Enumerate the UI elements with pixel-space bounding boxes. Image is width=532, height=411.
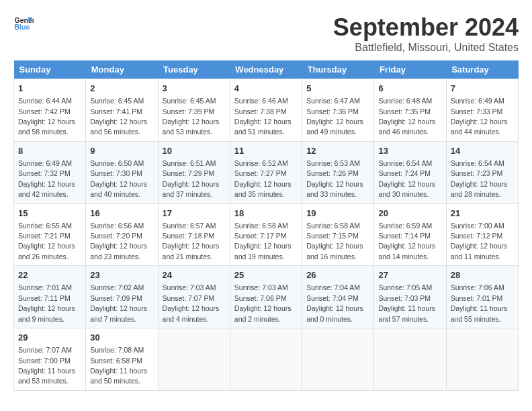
day-info: Sunrise: 6:49 AM Sunset: 7:32 PM Dayligh…	[18, 159, 75, 198]
calendar-cell: 13Sunrise: 6:54 AM Sunset: 7:24 PM Dayli…	[374, 141, 446, 203]
day-number: 2	[90, 83, 153, 95]
calendar-header: Sunday Monday Tuesday Wednesday Thursday…	[14, 60, 519, 79]
calendar-cell	[446, 328, 518, 391]
day-number: 3	[163, 83, 226, 95]
calendar-cell: 11Sunrise: 6:52 AM Sunset: 7:27 PM Dayli…	[230, 141, 302, 203]
day-info: Sunrise: 6:47 AM Sunset: 7:36 PM Dayligh…	[306, 97, 363, 136]
day-info: Sunrise: 6:54 AM Sunset: 7:24 PM Dayligh…	[378, 159, 435, 198]
calendar-cell: 6Sunrise: 6:48 AM Sunset: 7:35 PM Daylig…	[374, 79, 446, 142]
day-number: 22	[18, 269, 81, 281]
calendar-cell: 8Sunrise: 6:49 AM Sunset: 7:32 PM Daylig…	[14, 141, 86, 203]
day-info: Sunrise: 6:49 AM Sunset: 7:33 PM Dayligh…	[451, 97, 508, 136]
day-number: 6	[378, 83, 441, 95]
col-monday: Monday	[86, 60, 158, 79]
day-info: Sunrise: 6:54 AM Sunset: 7:23 PM Dayligh…	[451, 159, 508, 198]
calendar-week-5: 29Sunrise: 7:07 AM Sunset: 7:00 PM Dayli…	[14, 328, 519, 391]
day-number: 23	[90, 269, 153, 281]
day-number: 28	[451, 269, 514, 281]
day-number: 14	[451, 145, 514, 157]
day-number: 5	[306, 83, 369, 95]
calendar-cell: 10Sunrise: 6:51 AM Sunset: 7:29 PM Dayli…	[158, 141, 230, 203]
col-sunday: Sunday	[14, 60, 86, 79]
calendar-cell: 26Sunrise: 7:04 AM Sunset: 7:04 PM Dayli…	[302, 266, 374, 328]
title-section: September 2024 Battlefield, Missouri, Un…	[333, 13, 519, 54]
day-number: 13	[378, 145, 441, 157]
calendar-cell: 24Sunrise: 7:03 AM Sunset: 7:07 PM Dayli…	[158, 266, 230, 328]
calendar-week-2: 8Sunrise: 6:49 AM Sunset: 7:32 PM Daylig…	[14, 141, 519, 203]
day-number: 1	[18, 83, 81, 95]
day-number: 21	[451, 208, 514, 220]
main-title: September 2024	[333, 13, 519, 42]
day-number: 29	[18, 332, 81, 344]
day-number: 25	[234, 269, 298, 281]
day-info: Sunrise: 7:08 AM Sunset: 6:58 PM Dayligh…	[90, 346, 147, 385]
header: General Blue September 2024 Battlefield,…	[13, 13, 519, 54]
day-info: Sunrise: 7:02 AM Sunset: 7:09 PM Dayligh…	[90, 283, 147, 322]
day-number: 17	[163, 208, 226, 220]
day-number: 15	[18, 208, 81, 220]
calendar-cell: 17Sunrise: 6:57 AM Sunset: 7:18 PM Dayli…	[158, 203, 230, 266]
col-wednesday: Wednesday	[230, 60, 302, 79]
logo: General Blue	[13, 13, 34, 34]
calendar-cell: 27Sunrise: 7:05 AM Sunset: 7:03 PM Dayli…	[374, 266, 446, 328]
calendar-cell: 16Sunrise: 6:56 AM Sunset: 7:20 PM Dayli…	[86, 203, 158, 266]
calendar-cell: 7Sunrise: 6:49 AM Sunset: 7:33 PM Daylig…	[446, 79, 518, 142]
day-info: Sunrise: 6:51 AM Sunset: 7:29 PM Dayligh…	[163, 159, 220, 198]
calendar-cell: 12Sunrise: 6:53 AM Sunset: 7:26 PM Dayli…	[302, 141, 374, 203]
day-number: 16	[90, 208, 153, 220]
calendar-cell: 18Sunrise: 6:58 AM Sunset: 7:17 PM Dayli…	[230, 203, 302, 266]
day-info: Sunrise: 6:46 AM Sunset: 7:38 PM Dayligh…	[234, 97, 292, 136]
calendar-cell: 28Sunrise: 7:06 AM Sunset: 7:01 PM Dayli…	[446, 266, 518, 328]
calendar-cell: 5Sunrise: 6:47 AM Sunset: 7:36 PM Daylig…	[302, 79, 374, 142]
day-number: 20	[378, 208, 441, 220]
day-info: Sunrise: 7:03 AM Sunset: 7:07 PM Dayligh…	[163, 283, 220, 322]
calendar-cell	[230, 328, 302, 391]
day-info: Sunrise: 6:45 AM Sunset: 7:41 PM Dayligh…	[90, 97, 147, 136]
calendar-cell	[302, 328, 374, 391]
day-info: Sunrise: 6:45 AM Sunset: 7:39 PM Dayligh…	[163, 97, 220, 136]
day-info: Sunrise: 6:58 AM Sunset: 7:17 PM Dayligh…	[234, 222, 292, 261]
calendar-cell: 3Sunrise: 6:45 AM Sunset: 7:39 PM Daylig…	[158, 79, 230, 142]
day-number: 30	[90, 332, 153, 344]
day-info: Sunrise: 7:04 AM Sunset: 7:04 PM Dayligh…	[306, 283, 363, 322]
day-info: Sunrise: 6:44 AM Sunset: 7:42 PM Dayligh…	[18, 97, 75, 136]
calendar-cell: 30Sunrise: 7:08 AM Sunset: 6:58 PM Dayli…	[86, 328, 158, 391]
calendar-cell	[158, 328, 230, 391]
calendar-cell: 22Sunrise: 7:01 AM Sunset: 7:11 PM Dayli…	[14, 266, 86, 328]
calendar-body: 1Sunrise: 6:44 AM Sunset: 7:42 PM Daylig…	[14, 79, 519, 391]
calendar-cell: 15Sunrise: 6:55 AM Sunset: 7:21 PM Dayli…	[14, 203, 86, 266]
calendar-week-4: 22Sunrise: 7:01 AM Sunset: 7:11 PM Dayli…	[14, 266, 519, 328]
calendar-week-3: 15Sunrise: 6:55 AM Sunset: 7:21 PM Dayli…	[14, 203, 519, 266]
calendar-cell	[374, 328, 446, 391]
calendar-cell: 1Sunrise: 6:44 AM Sunset: 7:42 PM Daylig…	[14, 79, 86, 142]
col-friday: Friday	[374, 60, 446, 79]
day-number: 19	[306, 208, 369, 220]
day-number: 7	[451, 83, 514, 95]
day-number: 26	[306, 269, 369, 281]
col-tuesday: Tuesday	[158, 60, 230, 79]
day-info: Sunrise: 7:05 AM Sunset: 7:03 PM Dayligh…	[378, 283, 435, 322]
col-thursday: Thursday	[302, 60, 374, 79]
day-info: Sunrise: 6:53 AM Sunset: 7:26 PM Dayligh…	[306, 159, 363, 198]
calendar-cell: 29Sunrise: 7:07 AM Sunset: 7:00 PM Dayli…	[14, 328, 86, 391]
day-number: 24	[163, 269, 226, 281]
day-info: Sunrise: 7:07 AM Sunset: 7:00 PM Dayligh…	[18, 346, 75, 385]
calendar-cell: 2Sunrise: 6:45 AM Sunset: 7:41 PM Daylig…	[86, 79, 158, 142]
col-saturday: Saturday	[446, 60, 518, 79]
day-number: 8	[18, 145, 81, 157]
calendar-table: Sunday Monday Tuesday Wednesday Thursday…	[13, 60, 519, 391]
day-info: Sunrise: 6:59 AM Sunset: 7:14 PM Dayligh…	[378, 222, 435, 261]
calendar-cell: 9Sunrise: 6:50 AM Sunset: 7:30 PM Daylig…	[86, 141, 158, 203]
day-number: 4	[234, 83, 298, 95]
svg-text:Blue: Blue	[15, 23, 30, 31]
day-info: Sunrise: 6:57 AM Sunset: 7:18 PM Dayligh…	[163, 222, 220, 261]
calendar-cell: 4Sunrise: 6:46 AM Sunset: 7:38 PM Daylig…	[230, 79, 302, 142]
day-number: 10	[163, 145, 226, 157]
day-number: 18	[234, 208, 298, 220]
calendar-cell: 21Sunrise: 7:00 AM Sunset: 7:12 PM Dayli…	[446, 203, 518, 266]
calendar-cell: 14Sunrise: 6:54 AM Sunset: 7:23 PM Dayli…	[446, 141, 518, 203]
header-row: Sunday Monday Tuesday Wednesday Thursday…	[14, 60, 519, 79]
day-number: 11	[234, 145, 298, 157]
day-info: Sunrise: 6:50 AM Sunset: 7:30 PM Dayligh…	[90, 159, 147, 198]
day-info: Sunrise: 7:03 AM Sunset: 7:06 PM Dayligh…	[234, 283, 292, 322]
